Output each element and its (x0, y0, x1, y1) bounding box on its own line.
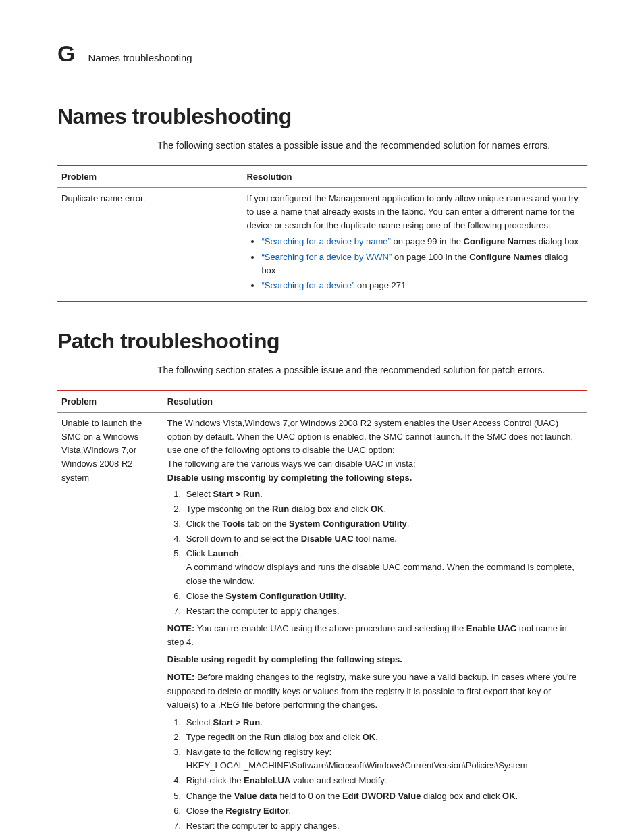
step: Select Start > Run. (184, 716, 583, 729)
link-search-wwn[interactable]: “Searching for a device by WWN” (261, 252, 392, 262)
section-heading-patch: Patch troubleshooting (57, 329, 587, 354)
sub2-steps: Select Start > Run. Type regedit on the … (167, 716, 583, 833)
step: Navigate to the following registry key:H… (184, 746, 583, 773)
sub1-title: Disable using msconfig by completing the… (167, 471, 583, 485)
appendix-letter: G (57, 41, 74, 67)
th-resolution: Resolution (242, 165, 587, 188)
table-row: Duplicate name error. If you configured … (57, 188, 587, 301)
step: Click the Tools tab on the System Config… (184, 517, 583, 531)
step: Type msconfig on the Run dialog box and … (184, 502, 583, 516)
link-search-device[interactable]: “Searching for a device” (261, 280, 354, 290)
p1: The Windows Vista,Windows 7,or Windows 2… (167, 417, 583, 457)
note-1: NOTE: You can re-enable UAC using the ab… (167, 622, 583, 649)
section-intro-names: The following section states a possible … (157, 138, 587, 153)
sub1-steps: Select Start > Run. Type msconfig on the… (167, 488, 583, 618)
step: Click Launch. A command window displays … (184, 547, 583, 588)
th-resolution: Resolution (163, 390, 587, 413)
cell-problem: Duplicate name error. (57, 188, 242, 301)
patch-table: Problem Resolution Unable to launch the … (57, 390, 587, 834)
th-problem: Problem (57, 165, 242, 188)
list-item: “Searching for a device by name” on page… (261, 235, 583, 249)
step: Type regedit on the Run dialog box and c… (184, 731, 583, 744)
list-item: “Searching for a device” on page 271 (261, 279, 583, 292)
step: Scroll down to and select the Disable UA… (184, 532, 583, 546)
p2: The following are the various ways we ca… (167, 457, 583, 471)
bullet-list: “Searching for a device by name” on page… (246, 235, 583, 292)
resolution-text: If you configured the Management applica… (246, 193, 578, 230)
step: Restart the computer to apply changes. (184, 604, 583, 618)
note-2: NOTE: Before making changes to the regis… (167, 671, 583, 711)
section-heading-names: Names troubleshooting (57, 104, 587, 129)
step: Right-click the EnableLUA value and sele… (184, 774, 583, 787)
section-intro-patch: The following section states a possible … (157, 363, 587, 377)
list-item: “Searching for a device by WWN” on page … (261, 251, 583, 278)
cell-resolution: The Windows Vista,Windows 7,or Windows 2… (163, 412, 587, 834)
th-problem: Problem (57, 390, 163, 413)
cell-problem: Unable to launch the SMC on a Windows Vi… (57, 412, 163, 834)
cell-resolution: If you configured the Management applica… (242, 188, 587, 301)
header-title: Names troubleshooting (88, 52, 192, 63)
step: Select Start > Run. (184, 488, 583, 501)
names-table: Problem Resolution Duplicate name error.… (57, 165, 587, 302)
page-header: G Names troubleshooting (57, 41, 587, 67)
step: Change the Value data field to 0 on the … (184, 789, 583, 803)
step: Restart the computer to apply changes. (184, 819, 583, 833)
sub2-title: Disable using regedit by completing the … (167, 653, 583, 667)
step-sub: A command window displays and runs the d… (186, 561, 583, 588)
link-search-name[interactable]: “Searching for a device by name” (261, 236, 390, 246)
step: Close the System Configuration Utility. (184, 590, 583, 603)
table-row: Unable to launch the SMC on a Windows Vi… (57, 412, 587, 834)
step: Close the Registry Editor. (184, 804, 583, 818)
